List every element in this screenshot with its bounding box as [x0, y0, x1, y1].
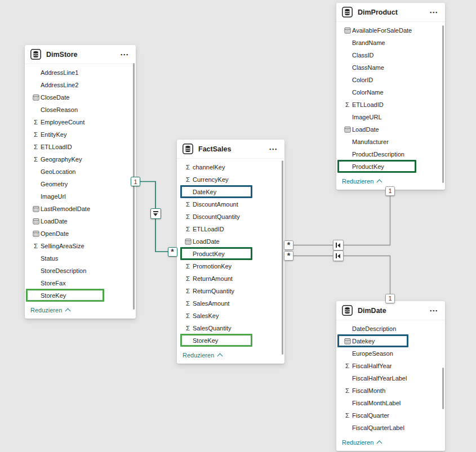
scrollbar-thumb[interactable] — [442, 25, 444, 183]
model-diagram-canvas[interactable]: DimStore⋯AddressLine1AddressLine2CloseDa… — [0, 0, 476, 452]
field-row-returnquantity[interactable]: ΣReturnQuantity — [177, 285, 284, 297]
filter-direction-arrow-store-sales[interactable] — [150, 208, 161, 219]
field-row-fiscalmonthlabel[interactable]: FiscalMonthLabel — [336, 397, 445, 409]
field-row-datedescription[interactable]: DateDescription — [336, 323, 445, 335]
sum-icon: Σ — [343, 413, 352, 419]
field-row-loaddate[interactable]: LoadDate — [177, 235, 284, 248]
field-row-productkey[interactable]: ProductKey — [336, 160, 445, 173]
field-row-closereason[interactable]: CloseReason — [25, 104, 136, 116]
sum-icon: Σ — [184, 276, 192, 282]
field-row-loaddate[interactable]: LoadDate — [336, 123, 445, 136]
table-card-dimdate[interactable]: DimDate⋯DateDescriptionDatekeyEuropeSeas… — [336, 301, 445, 451]
field-row-imageurl[interactable]: ImageURL — [336, 111, 445, 123]
field-name: Datekey — [352, 338, 375, 344]
field-row-loaddate[interactable]: LoadDate — [25, 215, 136, 227]
table-card-factsales[interactable]: FactSales⋯ΣchannelKeyΣCurrencyKeyDateKey… — [177, 140, 284, 364]
field-name: FiscalQuarter — [352, 412, 389, 419]
field-row-classid[interactable]: ClassID — [336, 49, 445, 61]
filter-direction-arrow-product-sales[interactable] — [333, 240, 344, 250]
scrollbar-thumb[interactable] — [282, 160, 283, 355]
field-row-fiscalhalfyearlabel[interactable]: FiscalHalfYearLabel — [336, 372, 445, 384]
field-row-geometry[interactable]: Geometry — [25, 178, 136, 190]
field-row-salesquantity[interactable]: ΣSalesQuantity — [177, 322, 284, 334]
field-row-lastremodeldate[interactable]: LastRemodelDate — [25, 203, 136, 215]
scrollbar-thumb[interactable] — [133, 63, 135, 310]
field-row-fiscalmonth[interactable]: ΣFiscalMonth — [336, 384, 445, 397]
cardinality-marker-many-date-sales[interactable]: * — [284, 251, 293, 261]
field-row-colorid[interactable]: ColorID — [336, 74, 445, 86]
field-row-employeecount[interactable]: ΣEmployeeCount — [25, 116, 136, 128]
table-card-header[interactable]: DimProduct⋯ — [336, 3, 445, 22]
relationship-line-date-sales[interactable] — [284, 256, 390, 294]
field-row-imageurl[interactable]: ImageUrl — [25, 190, 136, 203]
sum-icon: Σ — [184, 263, 192, 270]
more-options-button[interactable]: ⋯ — [429, 10, 438, 15]
field-row-discountamount[interactable]: ΣDiscountAmount — [177, 198, 284, 211]
field-row-classname[interactable]: ClassName — [336, 61, 445, 74]
field-row-addressline1[interactable]: AddressLine1 — [25, 66, 136, 79]
field-row-channelkey[interactable]: ΣchannelKey — [177, 161, 284, 173]
filter-direction-arrow-date-sales[interactable] — [333, 250, 344, 261]
field-row-storedescription[interactable]: StoreDescription — [25, 265, 136, 277]
field-row-datekey[interactable]: Datekey — [336, 335, 445, 347]
field-row-availableforsaledate[interactable]: AvailableForSaleDate — [336, 24, 445, 37]
field-row-productkey[interactable]: ProductKey — [177, 248, 284, 260]
field-row-addressline2[interactable]: AddressLine2 — [25, 79, 136, 91]
calendar-icon — [32, 205, 40, 212]
field-row-opendate[interactable]: OpenDate — [25, 227, 136, 240]
field-row-etlloadid[interactable]: ΣETLLoadID — [25, 141, 136, 153]
field-row-storekey[interactable]: StoreKey — [177, 334, 284, 347]
field-row-brandname[interactable]: BrandName — [336, 37, 445, 49]
field-row-fiscalhalfyear[interactable]: ΣFiscalHalfYear — [336, 360, 445, 372]
sum-icon: Σ — [184, 313, 192, 319]
field-row-saleskey[interactable]: ΣSalesKey — [177, 310, 284, 322]
table-icon — [342, 7, 353, 17]
field-row-promotionkey[interactable]: ΣPromotionKey — [177, 260, 284, 272]
cardinality-label: * — [287, 252, 290, 260]
more-options-button[interactable]: ⋯ — [429, 308, 438, 314]
field-row-geographykey[interactable]: ΣGeographyKey — [25, 153, 136, 165]
more-options-button[interactable]: ⋯ — [120, 52, 129, 57]
arrow-left-icon — [336, 243, 340, 248]
field-row-storefax[interactable]: StoreFax — [25, 277, 136, 289]
field-row-sellingareasize[interactable]: ΣSellingAreaSize — [25, 240, 136, 252]
collapse-link[interactable]: Reduzieren — [30, 307, 70, 314]
cardinality-marker-one-product-sales[interactable]: 1 — [385, 186, 395, 196]
field-row-productdescription[interactable]: ProductDescription — [336, 148, 445, 160]
cardinality-marker-many-store-sales[interactable]: * — [168, 247, 177, 257]
cardinality-marker-one-date-sales[interactable]: 1 — [385, 294, 395, 303]
field-row-entitykey[interactable]: ΣEntityKey — [25, 128, 136, 141]
field-row-returnamount[interactable]: ΣReturnAmount — [177, 272, 284, 285]
field-row-colorname[interactable]: ColorName — [336, 86, 445, 99]
table-card-header[interactable]: FactSales⋯ — [177, 140, 284, 159]
field-row-discountquantity[interactable]: ΣDiscountQuantity — [177, 211, 284, 223]
relationship-line-product-sales[interactable] — [284, 196, 390, 245]
table-card-dimstore[interactable]: DimStore⋯AddressLine1AddressLine2CloseDa… — [25, 45, 136, 319]
field-row-europeseason[interactable]: EuropeSeason — [336, 347, 445, 360]
field-name: OpenDate — [41, 230, 69, 237]
table-card-header[interactable]: DimStore⋯ — [25, 45, 136, 64]
field-row-status[interactable]: Status — [25, 252, 136, 265]
cardinality-marker-one-store-sales[interactable]: 1 — [131, 177, 140, 186]
field-name: LastRemodelDate — [41, 205, 90, 212]
cardinality-marker-many-product-sales[interactable]: * — [284, 240, 293, 250]
collapse-link[interactable]: Reduzieren — [342, 178, 381, 185]
field-row-etlloadid[interactable]: ΣETLLoadID — [177, 223, 284, 235]
collapse-link[interactable]: Reduzieren — [183, 352, 222, 359]
table-card-header[interactable]: DimDate⋯ — [336, 301, 445, 320]
field-row-closedate[interactable]: CloseDate — [25, 91, 136, 104]
table-card-dimproduct[interactable]: DimProduct⋯AvailableForSaleDateBrandName… — [336, 3, 445, 190]
field-row-fiscalquarterlabel[interactable]: FiscalQuarterLabel — [336, 422, 445, 434]
scrollbar-thumb[interactable] — [442, 368, 444, 409]
field-row-currencykey[interactable]: ΣCurrencyKey — [177, 173, 284, 186]
sum-icon: Σ — [32, 156, 40, 163]
field-row-geolocation[interactable]: GeoLocation — [25, 165, 136, 178]
field-row-salesamount[interactable]: ΣSalesAmount — [177, 297, 284, 310]
field-row-fiscalquarter[interactable]: ΣFiscalQuarter — [336, 409, 445, 422]
field-row-manufacturer[interactable]: Manufacturer — [336, 136, 445, 148]
more-options-button[interactable]: ⋯ — [269, 146, 278, 152]
collapse-link[interactable]: Reduzieren — [342, 439, 381, 446]
field-row-storekey[interactable]: StoreKey — [25, 289, 136, 302]
field-row-etlloadid[interactable]: ΣETLLoadID — [336, 99, 445, 111]
field-row-datekey[interactable]: DateKey — [177, 186, 284, 198]
